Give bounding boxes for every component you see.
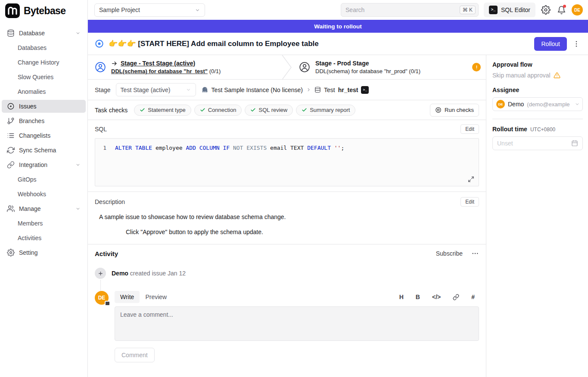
brand-logo[interactable]: Bytebase bbox=[0, 0, 87, 22]
rollout-time-picker[interactable] bbox=[492, 136, 583, 150]
markdown-toolbar: H B </> # bbox=[399, 294, 479, 300]
integration-icon bbox=[7, 161, 15, 169]
event-actor: Demo bbox=[112, 270, 128, 277]
sql-statement: ALTER TABLE employee ADD COLUMN IF NOT E… bbox=[115, 144, 344, 152]
search-shortcut-kbd: ⌘ K bbox=[460, 6, 476, 14]
target-icon bbox=[435, 107, 442, 113]
run-checks-button[interactable]: Run checks bbox=[430, 104, 479, 117]
sidebar-item-gitops[interactable]: GitOps bbox=[2, 173, 86, 186]
environment-label: Test bbox=[324, 87, 335, 93]
tab-preview[interactable]: Preview bbox=[140, 291, 172, 303]
sidebar-item-branches[interactable]: Branches bbox=[2, 114, 86, 127]
stage-name: Stage - Prod Stage bbox=[315, 60, 420, 67]
task-check-statement-type[interactable]: Statement type bbox=[134, 105, 191, 116]
chevron-down-icon bbox=[75, 206, 81, 211]
activity-menu-button[interactable] bbox=[471, 250, 479, 257]
sidebar-item-issues[interactable]: Issues bbox=[2, 100, 86, 113]
sql-code-editor[interactable]: 1 ALTER TABLE employee ADD COLUMN IF NOT… bbox=[95, 138, 479, 186]
sidebar-item-members[interactable]: Members bbox=[2, 217, 86, 230]
hash-button[interactable]: # bbox=[471, 294, 475, 300]
task-checks-bar: Task checks Statement type Connection SQ… bbox=[88, 100, 486, 120]
subscribe-button[interactable]: Subscribe bbox=[436, 250, 463, 257]
chevron-down-icon bbox=[575, 102, 580, 107]
database-icon bbox=[314, 87, 321, 93]
bytebase-logo-icon bbox=[5, 3, 20, 18]
sidebar-item-manage[interactable]: Manage bbox=[2, 202, 86, 215]
comment-input[interactable] bbox=[115, 306, 479, 341]
comment-submit-button[interactable]: Comment bbox=[115, 348, 155, 362]
notifications-bell-button[interactable] bbox=[556, 5, 566, 15]
topbar: Sample Project ⌘ K >_ SQL Editor DE bbox=[88, 0, 588, 20]
stage-card-test[interactable]: Stage - Test Stage (active) DDL(schema) … bbox=[88, 55, 282, 79]
calendar-icon bbox=[571, 140, 578, 147]
sql-editor-button[interactable]: >_ SQL Editor bbox=[484, 3, 535, 17]
event-description: created issue Jan 12 bbox=[130, 270, 186, 277]
bold-button[interactable]: B bbox=[416, 294, 420, 300]
gear-icon bbox=[7, 249, 15, 256]
description-edit-button[interactable]: Edit bbox=[460, 197, 479, 207]
terminal-icon: >_ bbox=[489, 6, 498, 14]
ellipsis-icon bbox=[471, 250, 479, 257]
tab-write[interactable]: Write bbox=[115, 291, 140, 303]
arrow-right-icon bbox=[111, 60, 118, 67]
project-select[interactable]: Sample Project bbox=[94, 3, 205, 17]
issue-status-icon bbox=[95, 39, 104, 48]
user-avatar[interactable]: DE bbox=[572, 4, 583, 15]
sidebar-item-integration[interactable]: Integration bbox=[2, 158, 86, 171]
chevron-right-icon bbox=[306, 87, 311, 93]
rollout-time-label: Rollout time bbox=[492, 126, 527, 133]
panel-divider bbox=[492, 119, 583, 119]
sidebar: Bytebase Database Databases Change Histo… bbox=[0, 0, 88, 377]
stage-pipeline: Stage - Test Stage (active) DDL(schema) … bbox=[88, 55, 486, 80]
approval-flow-value: Skip manual approval bbox=[492, 72, 583, 79]
stage-card-prod[interactable]: Stage - Prod Stage DDL(schema) for datab… bbox=[292, 55, 486, 79]
line-number: 1 bbox=[95, 144, 115, 152]
sidebar-item-databases[interactable]: Databases bbox=[2, 41, 86, 54]
notification-dot bbox=[563, 5, 566, 8]
sql-edit-button[interactable]: Edit bbox=[460, 124, 479, 134]
stage-progress: (0/1) bbox=[409, 68, 420, 74]
database-link[interactable]: hr_test bbox=[338, 87, 358, 93]
rollout-time-input[interactable] bbox=[497, 140, 569, 147]
search-input[interactable] bbox=[345, 6, 456, 13]
sidebar-item-change-history[interactable]: Change History bbox=[2, 56, 86, 69]
sidebar-item-setting[interactable]: Setting bbox=[2, 246, 86, 259]
stage-selector-bar: Stage Test Stage (active) Test Sample In… bbox=[88, 80, 486, 100]
sidebar-item-database[interactable]: Database bbox=[2, 27, 86, 40]
plus-icon bbox=[95, 268, 106, 279]
stage-assignee-icon bbox=[95, 62, 106, 73]
sidebar-item-slow-queries[interactable]: Slow Queries bbox=[2, 71, 86, 83]
task-checks-label: Task checks bbox=[95, 107, 128, 114]
sidebar-item-webhooks[interactable]: Webhooks bbox=[2, 188, 86, 201]
assignee-email: (demo@example bbox=[527, 101, 572, 108]
activity-timeline: Demo created issue Jan 12 DE bbox=[95, 268, 479, 362]
issue-kebab-menu-button[interactable] bbox=[572, 40, 581, 48]
sidebar-item-changelists[interactable]: Changelists bbox=[2, 129, 86, 142]
assignee-name: Demo bbox=[508, 101, 524, 108]
task-check-summary-report[interactable]: Summary report bbox=[296, 105, 355, 116]
settings-gear-button[interactable] bbox=[541, 5, 551, 15]
link-icon bbox=[453, 294, 459, 300]
sidebar-nav: Database Databases Change History Slow Q… bbox=[0, 26, 87, 260]
check-icon bbox=[302, 107, 307, 113]
link-button[interactable] bbox=[453, 294, 459, 300]
gear-icon bbox=[541, 5, 551, 15]
task-check-sql-review[interactable]: SQL review bbox=[245, 105, 293, 116]
rollout-button[interactable]: Rollout bbox=[534, 37, 567, 51]
issue-title: 👉👉👉 [START HERE] Add email column to Emp… bbox=[109, 39, 529, 48]
code-button[interactable]: </> bbox=[432, 294, 441, 300]
heading-button[interactable]: H bbox=[399, 294, 404, 300]
comment-composer: DE Write Preview H B bbox=[95, 291, 479, 362]
description-line: Click "Approve" button to apply the sche… bbox=[126, 229, 479, 235]
expand-editor-icon[interactable] bbox=[468, 176, 474, 182]
instance-link[interactable]: Test Sample Instance (No license) bbox=[212, 87, 303, 93]
stage-name: Stage - Test Stage (active) bbox=[121, 60, 195, 67]
stage-select[interactable]: Test Stage (active) bbox=[116, 83, 196, 96]
open-in-sql-editor-icon[interactable]: >_ bbox=[361, 86, 369, 94]
sidebar-item-anomalies[interactable]: Anomalies bbox=[2, 85, 86, 98]
assignee-select[interactable]: DE Demo (demo@example bbox=[492, 97, 583, 111]
check-icon bbox=[250, 107, 256, 113]
sidebar-item-activities[interactable]: Activities bbox=[2, 232, 86, 244]
task-check-connection[interactable]: Connection bbox=[194, 105, 242, 116]
sidebar-item-sync-schema[interactable]: Sync Schema bbox=[2, 144, 86, 157]
